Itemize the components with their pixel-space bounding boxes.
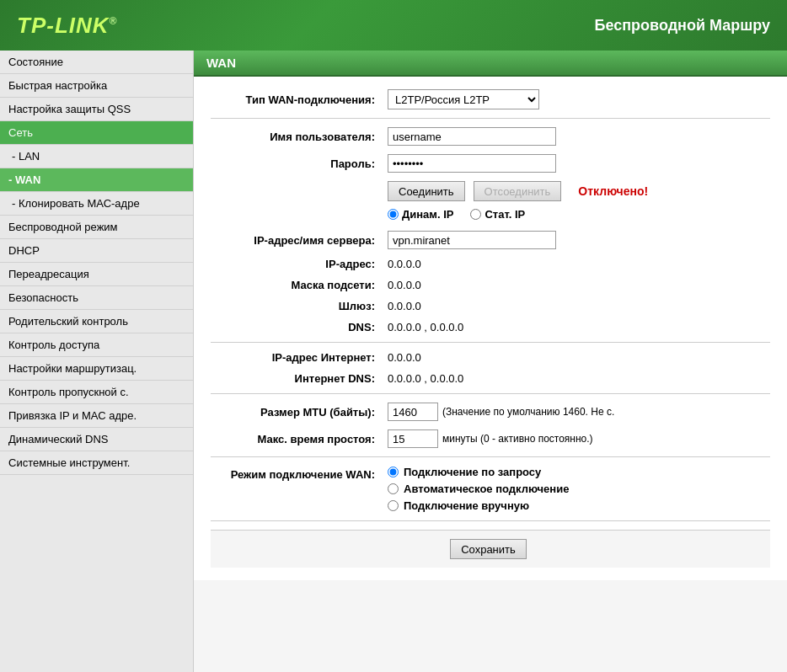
server-input[interactable] [388,231,556,249]
gateway-label: Шлюз: [211,300,388,312]
username-row: Имя пользователя: [211,127,770,146]
save-button[interactable]: Сохранить [450,539,527,559]
idle-row: Макс. время простоя: минуты (0 - активно… [211,429,770,448]
wan-mode-auto[interactable]: Автоматическое подключение [388,483,569,495]
sidebar-item-parental[interactable]: Родительский контроль [0,310,193,333]
wan-type-label: Тип WAN-подключения: [211,93,388,106]
gateway-value: 0.0.0.0 [388,300,421,312]
server-row: IP-адрес/имя сервера: [211,231,770,249]
sidebar-item-wireless[interactable]: Беспроводной режим [0,216,193,239]
wan-mode-ondemand-label: Подключение по запросу [404,466,541,478]
wan-mode-label: Режим подключение WAN: [211,466,388,481]
dns-value: 0.0.0.0 , 0.0.0.0 [388,321,463,333]
sidebar-item-lan[interactable]: - LAN [0,145,193,168]
sidebar-item-wan[interactable]: - WAN [0,168,193,192]
mask-row: Маска подсети: 0.0.0.0 [211,279,770,291]
logo-reg: ® [110,15,118,27]
dynamic-ip-radio[interactable] [388,209,399,220]
sidebar-item-status[interactable]: Состояние [0,51,193,74]
wan-mode-manual-radio[interactable] [388,500,399,511]
header: TP-LINK® Беспроводной Маршру [0,0,787,51]
server-label: IP-адрес/имя сервера: [211,234,388,247]
save-bar: Сохранить [211,530,770,568]
sidebar-item-security[interactable]: Безопасность [0,286,193,310]
wan-mode-manual[interactable]: Подключение вручную [388,499,569,512]
internet-dns-label: Интернет DNS: [211,372,388,385]
ip-label: IP-адрес: [211,258,388,270]
gateway-row: Шлюз: 0.0.0.0 [211,300,770,312]
password-input[interactable] [388,154,556,173]
dynamic-ip-label: Динам. IP [402,208,453,221]
mtu-input[interactable] [388,403,438,421]
internet-ip-value: 0.0.0.0 [388,351,421,364]
sidebar-item-mac-clone[interactable]: - Клонировать МАС-адре [0,192,193,216]
sidebar-item-ddns[interactable]: Динамический DNS [0,428,193,451]
password-row: Пароль: [211,154,770,173]
internet-dns-value: 0.0.0.0 , 0.0.0.0 [388,372,463,385]
sidebar-item-qss[interactable]: Настройка защиты QSS [0,98,193,121]
ip-row: IP-адрес: 0.0.0.0 [211,258,770,270]
wan-mode-ondemand[interactable]: Подключение по запросу [388,466,569,478]
sidebar: СостояниеБыстрая настройкаНастройка защи… [0,51,194,672]
sidebar-item-network[interactable]: Сеть [0,121,193,145]
sidebar-item-tools[interactable]: Системные инструмент. [0,451,193,475]
ip-mode-row: Динам. IP Стат. IP [211,208,770,221]
sidebar-item-access-control[interactable]: Контроль доступа [0,333,193,357]
static-ip-option[interactable]: Стат. IP [470,208,525,221]
header-title: Беспроводной Маршру [594,17,770,35]
sidebar-item-routing[interactable]: Настройки маршрутизац. [0,357,193,381]
mask-value: 0.0.0.0 [388,279,421,291]
sidebar-item-quicksetup[interactable]: Быстрая настройка [0,74,193,98]
wan-mode-auto-label: Автоматическое подключение [404,483,569,495]
mtu-row: Размер MTU (байты): (Значение по умолчан… [211,403,770,421]
static-ip-radio[interactable] [470,209,481,220]
wan-mode-auto-radio[interactable] [388,483,399,494]
static-ip-label: Стат. IP [485,208,525,221]
wan-mode-ondemand-radio[interactable] [388,467,399,477]
wan-mode-manual-label: Подключение вручную [404,499,529,512]
logo-text: TP-LINK [17,13,110,38]
connect-button[interactable]: Соединить [388,181,465,201]
sidebar-item-ip-mac[interactable]: Привязка IP и МАС адре. [0,404,193,428]
content-area: Тип WAN-подключения: L2TP/Россия L2TPPPP… [194,77,787,580]
password-label: Пароль: [211,157,388,170]
username-label: Имя пользователя: [211,131,388,143]
internet-ip-row: IP-адрес Интернет: 0.0.0.0 [211,351,770,364]
mask-label: Маска подсети: [211,279,388,291]
sidebar-item-forwarding[interactable]: Переадресация [0,263,193,286]
internet-ip-label: IP-адрес Интернет: [211,351,388,364]
logo: TP-LINK® [17,13,117,39]
layout: СостояниеБыстрая настройкаНастройка защи… [0,51,787,672]
connection-status: Отключено! [578,184,648,198]
internet-dns-row: Интернет DNS: 0.0.0.0 , 0.0.0.0 [211,372,770,385]
dynamic-ip-option[interactable]: Динам. IP [388,208,453,221]
wan-type-row: Тип WAN-подключения: L2TP/Россия L2TPPPP… [211,89,770,109]
username-input[interactable] [388,127,556,146]
main-content: WAN Тип WAN-подключения: L2TP/Россия L2T… [194,51,787,672]
idle-note: минуты (0 - активно постоянно.) [442,433,593,445]
wan-mode-row: Режим подключение WAN: Подключение по за… [211,466,770,512]
ip-value: 0.0.0.0 [388,258,421,270]
mtu-label: Размер MTU (байты): [211,406,388,419]
wan-type-select[interactable]: L2TP/Россия L2TPPPPoEDHCPStatic IPPPTP [388,89,539,109]
sidebar-item-bandwidth[interactable]: Контроль пропускной с. [0,381,193,404]
idle-label: Макс. время простоя: [211,433,388,445]
wan-mode-group: Подключение по запросу Автоматическое по… [388,466,569,512]
dns-label: DNS: [211,321,388,333]
sidebar-item-dhcp[interactable]: DHCP [0,239,193,263]
idle-input[interactable] [388,429,438,448]
page-title-bar: WAN [194,51,787,77]
disconnect-button[interactable]: Отсоединить [474,181,562,201]
mtu-note: (Значение по умолчанию 1460. Не с. [442,406,614,418]
connect-row: Соединить Отсоединить Отключено! [211,181,770,201]
dns-row: DNS: 0.0.0.0 , 0.0.0.0 [211,321,770,333]
